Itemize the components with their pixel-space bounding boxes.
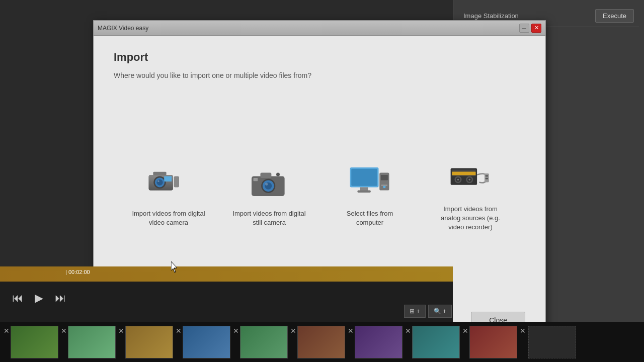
svg-rect-36 [486, 177, 488, 179]
filmstrip-item-9[interactable] [469, 326, 517, 358]
dialog-heading: Import [114, 51, 525, 64]
filmstrip-item-7[interactable] [355, 326, 403, 358]
svg-rect-27 [452, 171, 475, 175]
filmstrip-item-group-7: ✕ [347, 326, 403, 358]
digital-still-camera-icon [244, 161, 294, 202]
playback-controls: ⏮ ▶ ⏭ [10, 290, 68, 307]
computer-icon [345, 161, 395, 202]
remove-before-7[interactable]: ✕ [348, 327, 354, 335]
bottom-right-controls: ⊞ + 🔍 + [404, 305, 452, 318]
svg-point-33 [469, 178, 471, 180]
dialog-title: MAGIX Video easy [98, 25, 148, 32]
filmstrip: ✕ ✕ ✕ ✕ ✕ ✕ ✕ [0, 322, 644, 362]
remove-before-8[interactable]: ✕ [405, 327, 411, 335]
filmstrip-item-group-8: ✕ [404, 326, 460, 358]
option-label-digital-video-camera: Import videos from digital video camera [131, 209, 206, 227]
svg-rect-20 [358, 190, 371, 192]
option-computer[interactable]: Select files from computer [325, 154, 415, 235]
svg-point-5 [157, 180, 159, 182]
add-clip-button[interactable]: ⊞ + [404, 305, 425, 318]
svg-rect-18 [351, 168, 377, 186]
play-button[interactable]: ▶ [33, 290, 45, 307]
digital-video-camera-icon [143, 161, 194, 202]
zoom-button[interactable]: 🔍 + [428, 305, 452, 318]
filmstrip-item-1[interactable] [11, 326, 58, 358]
svg-point-4 [156, 179, 163, 185]
svg-rect-8 [174, 176, 180, 187]
filmstrip-empty-slot [528, 326, 576, 358]
svg-rect-15 [254, 178, 258, 181]
remove-before-3[interactable]: ✕ [118, 327, 124, 335]
svg-rect-19 [360, 187, 368, 191]
remove-before-2[interactable]: ✕ [61, 327, 67, 335]
filmstrip-item-group-9: ✕ [461, 326, 517, 358]
option-digital-still-camera[interactable]: Import videos from digital still camera [224, 154, 314, 235]
filmstrip-item-group-5: ✕ [232, 326, 288, 358]
feature-label: Image Stabilization [463, 12, 519, 20]
dialog-content: Import Where would you like to import on… [94, 36, 545, 304]
option-label-digital-still-camera: Import videos from digital still camera [231, 209, 307, 227]
remove-before-6[interactable]: ✕ [290, 327, 296, 335]
rewind-button[interactable]: ⏮ [10, 290, 25, 307]
dialog-titlebar: MAGIX Video easy ─ ✕ [94, 21, 545, 36]
filmstrip-item-2[interactable] [68, 326, 116, 358]
option-digital-video-camera[interactable]: Import videos from digital video camera [123, 154, 214, 235]
filmstrip-item-group-4: ✕ [175, 326, 230, 358]
remove-before-4[interactable]: ✕ [176, 327, 182, 335]
filmstrip-item-group-1: ✕ [3, 326, 58, 358]
svg-point-30 [457, 178, 459, 180]
minimize-button[interactable]: ─ [519, 24, 529, 33]
fast-forward-button[interactable]: ⏭ [53, 290, 68, 307]
option-label-computer: Select files from computer [332, 209, 408, 227]
analog-sources-icon [445, 157, 496, 197]
option-analog-sources[interactable]: Import videos from analog sources (e.g. … [425, 149, 516, 240]
svg-point-14 [265, 183, 268, 185]
svg-rect-35 [486, 175, 488, 176]
filmstrip-item-8[interactable] [412, 326, 460, 358]
svg-rect-10 [261, 172, 272, 178]
svg-rect-22 [381, 175, 388, 180]
filmstrip-item-group-6: ✕ [289, 326, 345, 358]
timestamp: | 00:02:00 [65, 269, 90, 275]
remove-before-5[interactable]: ✕ [233, 327, 239, 335]
filmstrip-item-3[interactable] [125, 326, 173, 358]
filmstrip-end-marker: ✕ [519, 326, 527, 358]
remove-before-9[interactable]: ✕ [462, 327, 468, 335]
filmstrip-item-group-2: ✕ [60, 326, 116, 358]
filmstrip-item-6[interactable] [297, 326, 345, 358]
svg-point-16 [276, 172, 280, 176]
svg-rect-7 [153, 172, 166, 175]
close-titlebar-button[interactable]: ✕ [531, 24, 541, 33]
filmstrip-item-5[interactable] [240, 326, 288, 358]
option-label-analog-sources: Import videos from analog sources (e.g. … [433, 205, 508, 232]
import-options-container: Import videos from digital video camera [114, 100, 525, 289]
dialog-controls: ─ ✕ [519, 24, 541, 33]
filmstrip-item-group-3: ✕ [117, 326, 173, 358]
svg-rect-6 [164, 176, 172, 182]
svg-rect-24 [381, 185, 387, 186]
filmstrip-item-4[interactable] [183, 326, 230, 358]
execute-button[interactable]: Execute [595, 9, 634, 23]
dialog-subtext: Where would you like to import one or mu… [114, 71, 525, 79]
remove-before-1[interactable]: ✕ [4, 327, 10, 335]
